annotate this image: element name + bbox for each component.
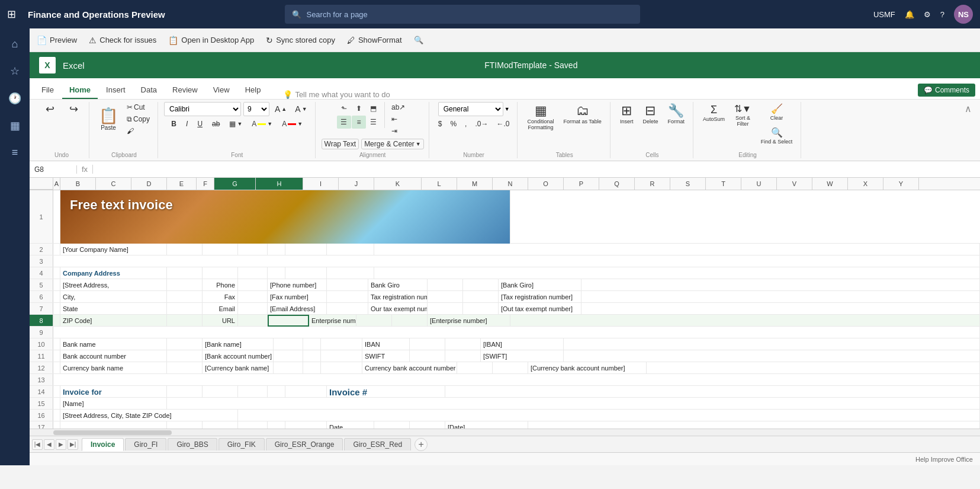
- cell-6-A[interactable]: [53, 291, 60, 303]
- autosum-button[interactable]: Σ AutoSum: [699, 102, 728, 124]
- cell-5-K[interactable]: [Bank Giro]: [499, 279, 581, 291]
- cell-4-E[interactable]: [238, 267, 268, 279]
- col-I[interactable]: I: [303, 178, 339, 190]
- cell-17-A[interactable]: [53, 421, 60, 429]
- col-W[interactable]: W: [812, 178, 848, 190]
- align-top-center[interactable]: ⬆: [352, 102, 366, 115]
- cell-12-K[interactable]: [Currency bank account number]: [528, 362, 647, 374]
- cell-14-D[interactable]: [203, 386, 238, 398]
- tab-view[interactable]: View: [206, 82, 237, 99]
- sheet-tab-giro-fik[interactable]: Giro_FIK: [219, 438, 265, 450]
- cell-17-B[interactable]: [60, 421, 167, 429]
- cell-7-B[interactable]: State: [60, 303, 167, 315]
- cell-6-E[interactable]: [238, 291, 268, 303]
- align-top-left[interactable]: ⬑: [337, 102, 351, 115]
- col-F[interactable]: F: [197, 178, 214, 190]
- cell-8-A[interactable]: [53, 315, 60, 327]
- cell-5-F[interactable]: [Phone number]: [268, 279, 327, 291]
- col-A[interactable]: A: [53, 178, 60, 190]
- cell-8-K[interactable]: [Enterprise number]: [428, 315, 510, 327]
- format-painter-button[interactable]: 🖌: [124, 126, 153, 136]
- tab-data[interactable]: Data: [134, 82, 164, 99]
- comments-button[interactable]: 💬 Comments: [918, 84, 975, 97]
- font-family-select[interactable]: Calibri: [164, 102, 241, 116]
- col-E[interactable]: E: [167, 178, 197, 190]
- conditional-formatting-button[interactable]: ▦ ConditionalFormatting: [523, 102, 557, 133]
- cell-7-C[interactable]: [167, 303, 203, 315]
- sidebar-home-icon[interactable]: ⌂: [0, 33, 30, 55]
- col-B[interactable]: B: [60, 178, 96, 190]
- app-grid-icon[interactable]: ⊞: [7, 8, 16, 21]
- cell-11-C[interactable]: [167, 350, 203, 362]
- cell-5-H[interactable]: Bank Giro: [368, 279, 428, 291]
- col-Y[interactable]: Y: [883, 178, 919, 190]
- col-T[interactable]: T: [706, 178, 741, 190]
- cell-17-I[interactable]: [374, 421, 410, 429]
- cell-8-C[interactable]: [167, 315, 203, 327]
- horizontal-scrollbar[interactable]: [30, 429, 980, 436]
- cell-15-rest[interactable]: [167, 398, 980, 410]
- cell-7-I[interactable]: [428, 303, 463, 315]
- cell-11-H[interactable]: SWIFT: [362, 350, 410, 362]
- tab-review[interactable]: Review: [165, 82, 205, 99]
- first-sheet-button[interactable]: |◀: [32, 439, 43, 450]
- cell-5-rest[interactable]: [581, 279, 980, 291]
- sidebar-list-icon[interactable]: ≡: [0, 142, 30, 164]
- cell-8-rest[interactable]: [510, 315, 980, 327]
- insert-button[interactable]: ⊞ Insert: [616, 102, 637, 127]
- cell-7-H[interactable]: Our tax exempt number: [368, 303, 428, 315]
- copy-button[interactable]: ⧉ Copy: [124, 114, 153, 124]
- cell-12-D[interactable]: [Currency bank name]: [203, 362, 274, 374]
- indent-increase-button[interactable]: ⇥: [388, 126, 408, 136]
- cell-5-D[interactable]: Phone: [203, 279, 238, 291]
- cell-17-E[interactable]: [238, 421, 268, 429]
- preview-button[interactable]: 📄 Preview: [37, 36, 77, 45]
- cell-2-rest[interactable]: [374, 244, 980, 255]
- col-R[interactable]: R: [635, 178, 670, 190]
- col-C[interactable]: C: [96, 178, 131, 190]
- sidebar-calendar-icon[interactable]: ▦: [0, 114, 30, 137]
- cell-6-F[interactable]: [Fax number]: [268, 291, 327, 303]
- cell-11-K[interactable]: [SWIFT]: [481, 350, 564, 362]
- cell-4-A[interactable]: [53, 267, 60, 279]
- cell-11-G[interactable]: [321, 350, 362, 362]
- cell-6-I[interactable]: [428, 291, 463, 303]
- align-top-right[interactable]: ⬒: [367, 102, 381, 115]
- cell-17-F[interactable]: [268, 421, 285, 429]
- align-bottom-right[interactable]: ☰: [367, 116, 381, 129]
- indent-decrease-button[interactable]: ⇤: [388, 114, 408, 124]
- cell-17-H[interactable]: Date: [327, 421, 374, 429]
- cell-2-D[interactable]: [203, 244, 238, 255]
- cell-12-H[interactable]: Currency bank account number: [362, 362, 457, 374]
- col-D[interactable]: D: [131, 178, 167, 190]
- cell-14-G[interactable]: [285, 386, 327, 398]
- cell-5-E[interactable]: [238, 279, 268, 291]
- cell-11-F[interactable]: [303, 350, 321, 362]
- showformat-button[interactable]: 🖊 ShowFormat: [347, 36, 402, 45]
- col-P[interactable]: P: [564, 178, 599, 190]
- font-size-select[interactable]: 9: [243, 102, 269, 116]
- redo-button[interactable]: ↪: [63, 102, 84, 116]
- col-U[interactable]: U: [741, 178, 777, 190]
- tab-insert[interactable]: Insert: [99, 82, 133, 99]
- cell-6-C[interactable]: [167, 291, 203, 303]
- cell-12-rest[interactable]: [647, 362, 980, 374]
- cell-7-A[interactable]: [53, 303, 60, 315]
- cell-17-D[interactable]: [203, 421, 238, 429]
- cell-10-rest[interactable]: [564, 338, 980, 350]
- cell-16-rest[interactable]: [238, 410, 980, 421]
- tab-home[interactable]: Home: [62, 82, 98, 99]
- cell-11-E[interactable]: [274, 350, 303, 362]
- cell-12-G[interactable]: [321, 362, 362, 374]
- cell-4-B[interactable]: Company Address: [60, 267, 167, 279]
- cell-10-A[interactable]: [53, 338, 60, 350]
- cell-7-K[interactable]: [Out tax exempt number]: [499, 303, 581, 315]
- cell-5-I[interactable]: [428, 279, 463, 291]
- cell-14-C[interactable]: [167, 386, 203, 398]
- col-O[interactable]: O: [528, 178, 564, 190]
- cell-4-D[interactable]: [203, 267, 238, 279]
- col-K[interactable]: K: [374, 178, 422, 190]
- cell-6-G[interactable]: [327, 291, 368, 303]
- cell-12-I[interactable]: [457, 362, 493, 374]
- delete-button[interactable]: ⊟ Delete: [639, 102, 661, 127]
